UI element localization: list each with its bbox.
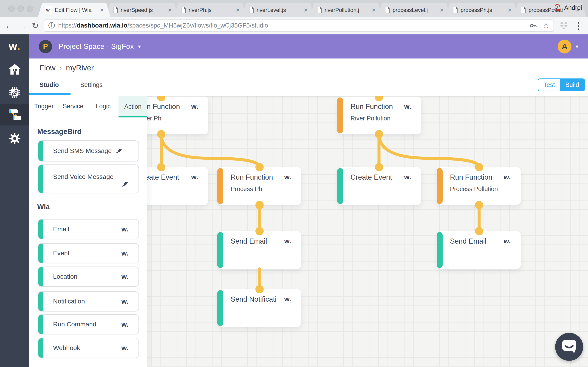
close-window-icon[interactable] bbox=[8, 6, 15, 12]
sidebar-item-flows-active[interactable] bbox=[0, 104, 29, 125]
node-palette-panel: Trigger Service Logic Action MessageBird… bbox=[29, 96, 147, 367]
palette-item-notification[interactable]: Notification w. bbox=[38, 291, 139, 311]
tab-close-icon[interactable]: × bbox=[304, 7, 308, 13]
zoom-window-icon[interactable] bbox=[27, 6, 33, 12]
breadcrumb-root[interactable]: Flow bbox=[40, 64, 56, 72]
home-icon bbox=[8, 63, 21, 75]
palette-item-email[interactable]: Email w. bbox=[38, 219, 139, 239]
palette-tab-action-active[interactable]: Action bbox=[119, 96, 147, 117]
card-label: Run Command bbox=[53, 321, 96, 328]
card-accent-bar bbox=[38, 165, 43, 193]
node-title: Send Email bbox=[231, 237, 267, 245]
card-label: Event bbox=[53, 250, 69, 257]
project-header: P Project Space - SigFox ▾ A ▾ bbox=[29, 34, 588, 58]
node-send-email-left[interactable]: Send Email w. bbox=[218, 231, 301, 269]
wia-favicon-icon: w. bbox=[45, 6, 52, 14]
browser-profile[interactable]: Andrei bbox=[553, 4, 582, 12]
tab-title: riverSpeed.js bbox=[121, 7, 165, 13]
node-run-function-process-ph[interactable]: Run Function Process Ph w. bbox=[218, 167, 301, 205]
tab-studio[interactable]: Studio bbox=[40, 81, 59, 89]
browser-tabs: w. Edit Flow | Wia × riverSpeed.js × riv… bbox=[38, 3, 588, 17]
document-icon bbox=[385, 7, 390, 13]
flow-subheader: Flow › myRiver Studio Settings Test Buil… bbox=[29, 58, 588, 96]
card-accent-bar bbox=[38, 267, 43, 286]
document-icon bbox=[181, 7, 186, 13]
tab-close-icon[interactable]: × bbox=[372, 7, 376, 13]
sidebar-item-home[interactable] bbox=[0, 62, 29, 77]
palette-item-event[interactable]: Event w. bbox=[38, 243, 139, 263]
node-accent-bar bbox=[217, 232, 223, 268]
wia-mark-icon: w. bbox=[284, 173, 291, 181]
project-title: Project Space - SigFox bbox=[59, 42, 134, 51]
browser-tab[interactable]: processLevel.j × bbox=[378, 3, 450, 17]
project-avatar[interactable]: P bbox=[39, 40, 52, 53]
build-button[interactable]: Build bbox=[560, 79, 584, 91]
card-accent-bar bbox=[38, 244, 43, 263]
reload-icon[interactable]: ↻ bbox=[32, 22, 39, 30]
palette-item-run-command[interactable]: Run Command w. bbox=[38, 314, 139, 334]
palette-tab-logic[interactable]: Logic bbox=[96, 103, 111, 110]
messagebird-icon bbox=[115, 148, 123, 154]
app-sidebar: w. bbox=[0, 34, 29, 367]
palette-item-location[interactable]: Location w. bbox=[38, 267, 139, 287]
project-caret-icon[interactable]: ▾ bbox=[138, 43, 141, 50]
browser-tab[interactable]: riverPh.js × bbox=[174, 3, 246, 17]
tab-close-icon[interactable]: × bbox=[100, 7, 104, 13]
node-accent-bar bbox=[217, 290, 223, 326]
tab-title: riverPollution.j bbox=[325, 7, 369, 13]
back-icon[interactable]: ← bbox=[5, 22, 13, 30]
node-title: Send Email bbox=[450, 237, 486, 245]
palette-item-send-voice-message[interactable]: Send Voice Message bbox=[38, 165, 139, 193]
url-input[interactable]: ⓘ https://dashboard.wia.io/spaces/spc_MH… bbox=[44, 19, 554, 32]
palette-item-webhook[interactable]: Webhook w. bbox=[38, 338, 139, 358]
intercom-chat-button[interactable] bbox=[555, 333, 583, 361]
sidebar-item-settings[interactable] bbox=[0, 131, 29, 146]
card-label: Email bbox=[53, 225, 69, 233]
dropbox-extension-icon[interactable] bbox=[559, 21, 569, 30]
user-caret-icon[interactable]: ▾ bbox=[576, 43, 578, 50]
palette-tab-service[interactable]: Service bbox=[63, 103, 83, 110]
test-button[interactable]: Test bbox=[538, 79, 560, 91]
password-key-icon[interactable] bbox=[530, 22, 537, 29]
wia-mark-icon: w. bbox=[284, 237, 291, 245]
node-run-function-river-pollution[interactable]: Run Function River Pollution w. bbox=[338, 97, 421, 134]
browser-tab[interactable]: riverPollution.j × bbox=[310, 3, 382, 17]
browser-tab-active[interactable]: w. Edit Flow | Wia × bbox=[38, 3, 111, 17]
card-accent-bar bbox=[38, 338, 43, 358]
wia-logo[interactable]: w. bbox=[0, 39, 29, 54]
palette-tab-trigger[interactable]: Trigger bbox=[34, 103, 54, 110]
page-info-icon[interactable]: ⓘ bbox=[48, 21, 55, 30]
node-title: Run Function bbox=[231, 173, 273, 181]
tab-close-icon[interactable]: × bbox=[168, 7, 172, 13]
wia-mark-icon: w. bbox=[121, 320, 128, 328]
bookmark-star-icon[interactable]: ☆ bbox=[543, 21, 549, 30]
tab-close-icon[interactable]: × bbox=[440, 7, 443, 13]
browser-tab[interactable]: riverLevel.js × bbox=[242, 3, 314, 17]
browser-tab[interactable]: processPh.js × bbox=[446, 3, 519, 17]
palette-item-send-sms-message[interactable]: Send SMS Message bbox=[38, 140, 139, 161]
sidebar-item-devices[interactable] bbox=[0, 85, 29, 100]
browser-menu-icon[interactable]: ⋮ bbox=[574, 20, 583, 31]
node-send-notification[interactable]: Send Notificati w. bbox=[218, 289, 301, 327]
wia-mark-icon: w. bbox=[121, 298, 128, 305]
document-icon bbox=[317, 7, 322, 13]
tab-settings[interactable]: Settings bbox=[80, 81, 103, 89]
gear-icon bbox=[9, 132, 21, 145]
node-run-function-process-pollution[interactable]: Run Function Process Pollution w. bbox=[438, 167, 521, 205]
card-accent-bar bbox=[38, 292, 43, 311]
minimize-window-icon[interactable] bbox=[17, 6, 24, 12]
messagebird-icon bbox=[121, 182, 128, 187]
wia-mark-icon: w. bbox=[404, 102, 411, 110]
window-controls[interactable] bbox=[8, 6, 33, 12]
document-icon bbox=[249, 7, 254, 13]
chat-bubble-icon bbox=[562, 340, 577, 354]
tab-title: processPh.js bbox=[460, 7, 505, 13]
browser-tab[interactable]: riverSpeed.js × bbox=[106, 3, 179, 17]
tab-close-icon[interactable]: × bbox=[508, 7, 511, 13]
tab-close-icon[interactable]: × bbox=[236, 7, 240, 13]
node-create-event[interactable]: Create Event w. bbox=[338, 167, 421, 205]
node-send-email-right[interactable]: Send Email w. bbox=[438, 231, 521, 269]
user-avatar[interactable]: A bbox=[558, 40, 571, 53]
browser-chrome: w. Edit Flow | Wia × riverSpeed.js × riv… bbox=[0, 0, 588, 34]
node-accent-bar bbox=[337, 168, 343, 204]
